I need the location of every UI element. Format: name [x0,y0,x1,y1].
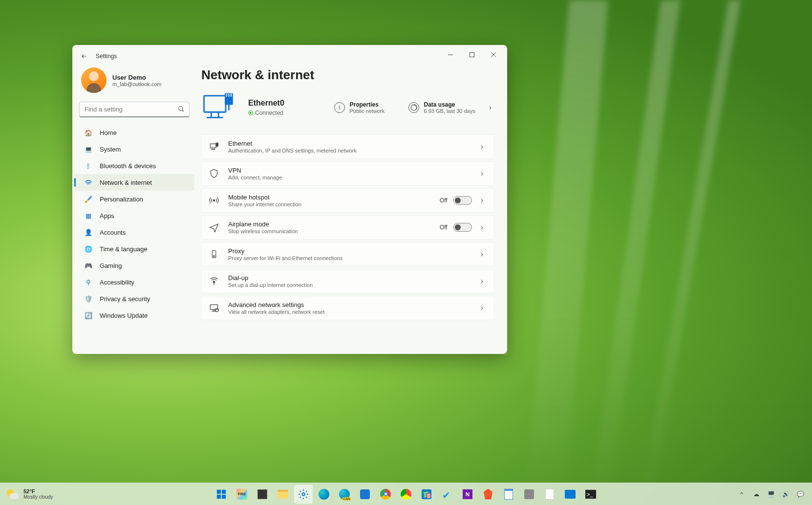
taskbar-app-chrome[interactable] [376,485,395,504]
svg-rect-1 [470,53,474,57]
taskbar-apps: PRE CAN 🛍️ ✔ N >_ [212,485,600,504]
sidebar-item-apps[interactable]: ▦Apps [74,207,194,224]
svg-rect-32 [222,489,226,493]
close-button[interactable] [483,47,504,62]
taskbar-app-explorer[interactable] [274,485,292,504]
card-title: Advanced network settings [228,301,469,308]
card-sub: Stop wireless communication [228,228,431,234]
card-sub: View all network adapters, network reset [228,309,469,315]
chevron-right-icon: › [478,277,486,285]
data-usage-sub: 6.93 GB, last 30 days [424,108,475,114]
sidebar-item-network[interactable]: Network & internet [74,174,194,191]
taskbar-app[interactable] [561,485,579,504]
weather-condition: Mostly cloudy [23,494,53,500]
taskbar-app-store[interactable]: 🛍️ [417,485,436,504]
settings-window: Settings User Demo m_lab@outlook.com 🏠Ho… [72,45,507,354]
avatar [81,67,107,93]
taskbar-app[interactable] [540,485,559,504]
toggle-label: Off [440,197,448,204]
tray-chevron-icon[interactable]: ^ [738,490,746,498]
weather-widget[interactable]: 52°F Mostly cloudy [0,488,53,500]
taskbar-app[interactable]: ✔ [438,485,456,504]
taskbar-app[interactable]: PRE [233,485,251,504]
apps-icon: ▦ [84,211,93,220]
taskbar-app[interactable] [397,485,415,504]
airplane-toggle[interactable] [453,223,472,232]
taskbar-app-notepad[interactable] [499,485,518,504]
taskbar-app-settings[interactable] [294,485,313,504]
system-tray: ^ ☁ 🖥️ 🔊 💬 [738,490,812,498]
start-button[interactable] [212,485,231,504]
search-box[interactable] [79,102,190,117]
hotspot-toggle[interactable] [453,196,472,205]
weather-temp: 52°F [23,488,53,494]
card-title: Ethernet [228,140,469,147]
window-title: Settings [96,53,117,60]
sidebar-item-system[interactable]: 💻System [74,141,194,157]
card-sub: Authentication, IP and DNS settings, met… [228,148,469,154]
card-ethernet[interactable]: EthernetAuthentication, IP and DNS setti… [201,134,494,159]
svg-rect-20 [216,143,218,147]
sidebar-item-privacy[interactable]: 🛡️Privacy & security [74,290,194,307]
ethernet-illustration-icon [201,89,237,126]
background-ray [590,0,680,505]
svg-rect-33 [217,494,221,498]
tray-onedrive-icon[interactable]: ☁ [752,490,760,498]
sidebar-item-accounts[interactable]: 👤Accounts [74,224,194,241]
card-airplane-mode[interactable]: Airplane modeStop wireless communication… [201,215,494,240]
card-mobile-hotspot[interactable]: Mobile hotspotShare your internet connec… [201,188,494,213]
maximize-button[interactable] [461,47,483,62]
toggle-label: Off [440,224,448,231]
user-profile[interactable]: User Demo m_lab@outlook.com [72,67,196,102]
minimize-button[interactable] [440,47,461,62]
background-ray [525,0,608,505]
card-title: Airplane mode [228,220,431,228]
tray-notification-icon[interactable]: 💬 [796,490,804,498]
data-usage-link[interactable]: Data usage 6.93 GB, last 30 days [408,101,475,114]
sidebar-item-label: Windows Update [100,312,148,319]
card-advanced-network[interactable]: Advanced network settingsView all networ… [201,296,494,320]
dialup-icon [209,276,219,286]
data-usage-title: Data usage [424,101,475,108]
properties-link[interactable]: i Properties Public network [334,101,398,114]
card-vpn[interactable]: VPNAdd, connect, manage › [201,161,494,186]
vpn-icon [209,168,219,179]
sidebar-item-update[interactable]: 🔄Windows Update [74,307,194,324]
tray-network-icon[interactable]: 🖥️ [767,490,775,498]
card-sub: Add, connect, manage [228,175,469,180]
chevron-right-icon[interactable]: › [486,103,494,112]
sidebar-item-label: Privacy & security [100,295,150,303]
sidebar-item-label: Apps [100,212,114,220]
sidebar-item-accessibility[interactable]: ⚲Accessibility [74,274,194,290]
search-icon [178,106,185,114]
sidebar: User Demo m_lab@outlook.com 🏠Home 💻Syste… [72,65,196,354]
taskbar-app-onenote[interactable]: N [458,485,477,504]
taskbar-app-terminal[interactable]: >_ [581,485,600,504]
privacy-icon: 🛡️ [84,294,93,303]
taskbar-app-edge[interactable] [315,485,333,504]
svg-point-24 [213,281,214,283]
card-dialup[interactable]: Dial-upSet up a dial-up internet connect… [201,269,494,293]
sidebar-item-label: Network & internet [100,179,152,186]
taskbar-app-brave[interactable] [479,485,497,504]
sidebar-item-gaming[interactable]: 🎮Gaming [74,257,194,274]
taskbar-app[interactable] [520,485,538,504]
taskbar-app[interactable] [356,485,374,504]
card-title: Proxy [228,247,469,255]
sidebar-item-time-language[interactable]: 🌐Time & language [74,241,194,257]
taskbar-app-edge-canary[interactable]: CAN [335,485,354,504]
chevron-right-icon: › [478,250,486,259]
tray-volume-icon[interactable]: 🔊 [782,490,790,498]
search-input[interactable] [79,102,190,117]
sidebar-item-personalization[interactable]: 🖌️Personalization [74,191,194,207]
back-button[interactable] [79,51,89,61]
sidebar-item-home[interactable]: 🏠Home [74,124,194,141]
taskbar-app[interactable] [253,485,272,504]
sidebar-item-label: Personalization [100,196,143,203]
svg-rect-6 [204,96,226,112]
card-proxy[interactable]: ProxyProxy server for Wi-Fi and Ethernet… [201,242,494,266]
card-sub: Set up a dial-up internet connection [228,282,469,288]
gaming-icon: 🎮 [84,261,93,270]
sidebar-item-label: Gaming [100,262,122,269]
sidebar-item-bluetooth[interactable]: ᛒBluetooth & devices [74,157,194,174]
